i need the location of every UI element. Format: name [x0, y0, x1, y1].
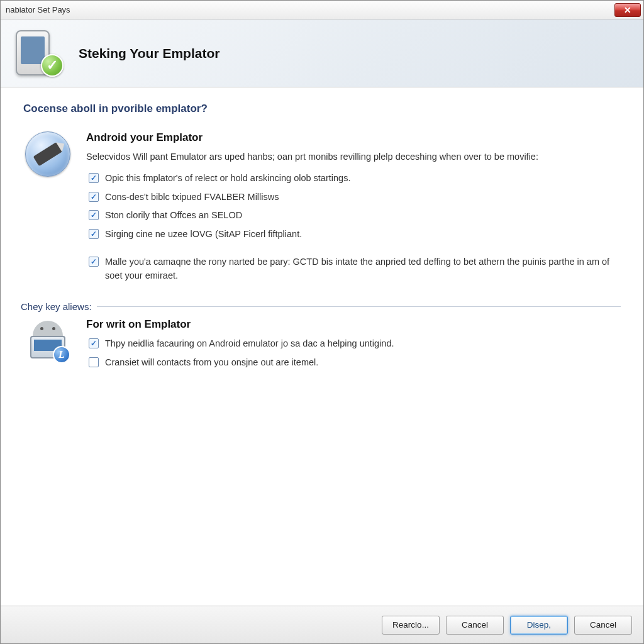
checkbox[interactable]: ✓ — [89, 257, 99, 267]
cancel-button-2[interactable]: Cancel — [574, 616, 632, 635]
android-computer-icon: L — [25, 318, 70, 364]
checkbox-label: Cransiet will contacts from you onsjne o… — [105, 356, 318, 370]
section2-title: For writ on Emplator — [86, 318, 621, 331]
section-android-emulator: Android your Emplator Selecvidos Will pa… — [23, 131, 621, 287]
checkbox[interactable]: ✓ — [89, 338, 99, 348]
titlebar: nabiator Set Pays ✕ — [1, 1, 643, 19]
question-heading: Cocense aboll in pvorible emplator? — [23, 103, 621, 115]
section1-title: Android your Emplator — [86, 131, 621, 144]
section-write-emulator: L For writ on Emplator ✓ Thpy neidlia fa… — [23, 318, 621, 375]
content-area: Cocense aboll in pvorible emplator? Andr… — [1, 87, 643, 606]
checkbox-label: Opic this fmplator's of relect or hold a… — [105, 172, 350, 186]
list-item: ✓ Sirging cine ne uzee lOVG (SitAP Ficer… — [89, 228, 621, 242]
rearclo-button[interactable]: Rearclo... — [382, 616, 440, 635]
checkbox-label: Sirging cine ne uzee lOVG (SitAP Ficerl … — [105, 228, 302, 242]
device-icon: ✓ — [16, 29, 65, 78]
disep-button[interactable]: Disep, — [510, 616, 568, 635]
button-bar: Rearclo... Cancel Disep, Cancel — [1, 606, 643, 643]
checkbox[interactable]: ✓ — [89, 192, 99, 202]
pencil-icon — [25, 131, 70, 177]
section1-description: Selecvidos Will pant Emulator ars uped h… — [86, 150, 621, 164]
dialog-window: nabiator Set Pays ✕ ✓ Steking Your Empla… — [0, 0, 644, 644]
info-badge-icon: L — [53, 346, 70, 364]
cancel-button[interactable]: Cancel — [446, 616, 504, 635]
checkbox-label: Thpy neidlia facauring on Android emulat… — [105, 337, 394, 351]
fieldset-label: Chey key aliews: — [21, 301, 621, 312]
list-item: ✓ Ston clorily that Offces an SELOD — [89, 209, 621, 223]
checkbox[interactable]: ✓ — [89, 173, 99, 183]
list-item: ✓ Malle you'a camaqne the rony narted be… — [89, 255, 621, 283]
list-item: ✓ Cransiet will contacts from you onsjne… — [89, 356, 621, 370]
section2-checklist: ✓ Thpy neidlia facauring on Android emul… — [86, 337, 621, 370]
banner-title: Steking Your Emplator — [79, 46, 219, 61]
checkbox[interactable]: ✓ — [89, 210, 99, 220]
list-item: ✓ Cons-des't biblc txipued FVALBER Milli… — [89, 191, 621, 204]
checkbox[interactable]: ✓ — [89, 229, 99, 239]
banner: ✓ Steking Your Emplator — [1, 19, 643, 87]
close-button[interactable]: ✕ — [614, 3, 641, 17]
section1-checklist: ✓ Opic this fmplator's of relect or hold… — [86, 172, 621, 283]
list-item: ✓ Thpy neidlia facauring on Android emul… — [89, 337, 621, 351]
checkbox-label: Ston clorily that Offces an SELOD — [105, 209, 242, 223]
checkbox-label: Malle you'a camaqne the rony narted be p… — [105, 255, 621, 283]
checkbox-label: Cons-des't biblc txipued FVALBER Millisw… — [105, 191, 279, 204]
checkbox[interactable]: ✓ — [89, 357, 99, 367]
list-item: ✓ Opic this fmplator's of relect or hold… — [89, 172, 621, 186]
divider — [97, 306, 621, 307]
checkmark-icon: ✓ — [41, 54, 64, 77]
close-icon: ✕ — [624, 5, 631, 15]
window-title: nabiator Set Pays — [6, 5, 70, 14]
